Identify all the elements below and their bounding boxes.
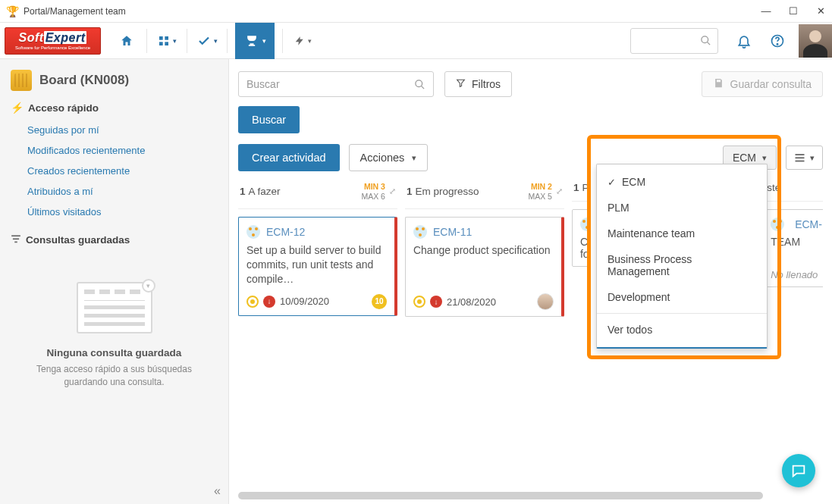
horizontal-scrollbar[interactable] (238, 492, 821, 499)
board-title: Board (KN008) (39, 73, 129, 88)
empty-title: Ninguna consulta guardada (18, 347, 210, 358)
brand-word2: Expert (44, 31, 87, 44)
column-name-partial: ste (767, 182, 780, 193)
dropdown-item-viewall[interactable]: Ver todos (597, 317, 767, 343)
card-id-link[interactable]: ECM-12 (266, 226, 305, 238)
apps-icon[interactable] (156, 30, 177, 52)
status-dot-icon (413, 296, 425, 308)
svg-point-4 (702, 36, 708, 43)
help-icon[interactable] (765, 33, 790, 49)
brand-subtitle: Software for Performance Excellence (15, 45, 90, 50)
column-header[interactable]: 1 P (572, 176, 589, 202)
filters-button[interactable]: Filtros (444, 71, 512, 97)
dropdown-item-ecm[interactable]: ECM (597, 169, 767, 195)
quick-link-created[interactable]: Creados recientemente (11, 161, 218, 181)
notifications-icon[interactable] (732, 33, 756, 49)
global-search[interactable] (630, 28, 718, 54)
quick-link-assigned[interactable]: Atribuidos a mí (11, 181, 218, 202)
window-minimize[interactable]: — (761, 5, 771, 17)
layout-toggle-button[interactable] (786, 146, 823, 170)
svg-point-6 (777, 43, 777, 44)
card-type-icon (246, 225, 260, 239)
card-ecm-12[interactable]: ECM-12 Set up a build server to build co… (238, 217, 397, 316)
search-button[interactable]: Buscar (238, 106, 300, 133)
svg-rect-9 (14, 242, 17, 243)
dropdown-item-bpm[interactable]: Business Process Management (597, 246, 767, 284)
filters-label: Filtros (472, 78, 501, 90)
card-type-icon (413, 225, 427, 239)
card-ecm-11[interactable]: ECM-11 Change product specification 21/0… (405, 217, 564, 317)
home-icon[interactable] (116, 30, 137, 52)
quick-access-label: Acceso rápido (28, 102, 99, 114)
assignee-avatar[interactable] (537, 293, 554, 310)
funnel-icon: ▾ (142, 279, 155, 293)
collapse-sidebar-button[interactable]: « (214, 484, 221, 498)
saved-queries-header: Consultas guardadas (11, 234, 218, 246)
column-name: P (582, 182, 589, 193)
sidebar: Board (KN008) ⚡ Acceso rápido Seguidas p… (0, 59, 229, 504)
trophy-icon: 🏆 (6, 5, 19, 17)
card-partial[interactable]: C fo (572, 209, 589, 267)
column-partial-3: 1 P C fo (572, 176, 589, 317)
card-body: TEAM (771, 236, 823, 248)
create-activity-button[interactable]: Crear actividad (238, 144, 340, 171)
column-header[interactable]: 1 Em progresso MIN 2 MAX 5 ⤢ (405, 176, 564, 209)
dropdown-item-development[interactable]: Development (597, 284, 767, 310)
bolt-icon: ⚡ (11, 102, 24, 114)
quick-access-header: ⚡ Acceso rápido (11, 102, 218, 114)
column-max: MAX 6 (361, 192, 385, 202)
bolt-menu[interactable] (292, 30, 313, 52)
card-body: Set up a build server to build commits, … (246, 243, 387, 286)
card-date: 10/09/2020 (280, 296, 329, 307)
column-name: A fazer (249, 186, 281, 197)
card-type-icon (771, 218, 784, 231)
user-avatar[interactable] (799, 24, 832, 58)
svg-rect-3 (165, 42, 168, 45)
app-toolbar: SoftExpert Software for Performance Exce… (0, 23, 832, 59)
window-titlebar: 🏆 Portal/Management team — ☐ ✕ (0, 0, 832, 23)
save-disk-icon (713, 77, 724, 91)
card-id-link[interactable]: ECM-11 (433, 226, 472, 238)
column-min: MIN 3 (361, 182, 385, 192)
svg-rect-12 (796, 157, 805, 158)
window-maximize[interactable]: ☐ (788, 5, 799, 17)
window-title: Portal/Management team (24, 6, 126, 17)
brand-logo[interactable]: SoftExpert Software for Performance Exce… (5, 27, 101, 55)
quick-link-modified[interactable]: Modificados recientemente (11, 140, 218, 161)
chat-fab[interactable] (782, 454, 815, 487)
save-query-button[interactable]: Guardar consulta (702, 71, 823, 97)
column-em-progresso: 1 Em progresso MIN 2 MAX 5 ⤢ ECM-11 Chan… (405, 176, 564, 317)
placeholder-table-icon: ▾ (77, 282, 152, 333)
column-header[interactable]: 1 A fazer MIN 3 MAX 6 ⤢ (238, 176, 397, 209)
dropdown-item-maintenance[interactable]: Maintenance team (597, 221, 767, 246)
content-area: Buscar Filtros Guardar consulta Buscar C… (229, 59, 832, 504)
trophy-menu-active[interactable] (235, 23, 275, 59)
board-search-input[interactable]: Buscar (238, 71, 434, 97)
board-shield-icon (11, 70, 32, 91)
column-min: MIN 2 (528, 182, 552, 192)
expand-icon[interactable]: ⤢ (556, 186, 563, 196)
column-count: 1 (573, 182, 579, 193)
card-ecm-10[interactable]: ECM-10 TEAM No llenado (765, 209, 823, 287)
card-body: Change product specification (413, 243, 554, 286)
dropdown-item-plm[interactable]: PLM (597, 195, 767, 221)
svg-rect-7 (11, 235, 20, 236)
checkmark-menu[interactable] (196, 30, 218, 52)
window-close[interactable]: ✕ (815, 5, 826, 17)
quick-link-followed[interactable]: Seguidas por mí (11, 120, 218, 140)
filter-lines-icon (11, 234, 21, 246)
status-dot-icon (246, 296, 259, 308)
saved-queries-empty: ▾ Ninguna consulta guardada Tenga acceso… (11, 282, 218, 390)
quick-link-visited[interactable]: Últimos visitados (11, 202, 218, 222)
column-count: 1 (240, 186, 246, 197)
priority-down-icon (430, 296, 442, 308)
column-partial-4: ste ECM-10 TEAM No llenado (765, 176, 823, 317)
empty-subtitle: Tenga acceso rápido a sus búsquedas guar… (18, 363, 210, 390)
card-text-partial2: fo (580, 248, 589, 260)
actions-dropdown-button[interactable]: Acciones (349, 144, 429, 171)
card-id-link[interactable]: ECM-10 (795, 218, 823, 230)
column-header[interactable]: ste (765, 176, 823, 202)
expand-icon[interactable]: ⤢ (389, 186, 396, 196)
card-date: 21/08/2020 (447, 296, 496, 308)
search-placeholder: Buscar (246, 78, 280, 90)
